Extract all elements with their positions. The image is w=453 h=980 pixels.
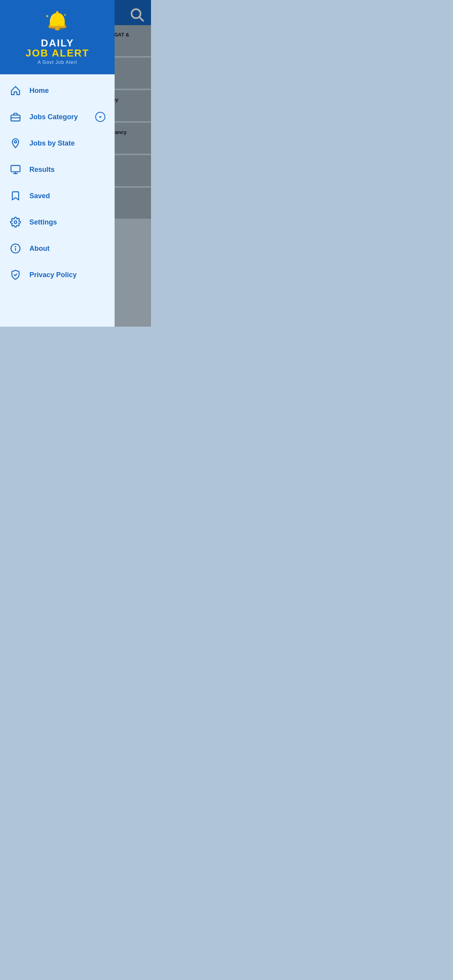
monitor-icon [9, 163, 22, 176]
home-icon [9, 84, 22, 97]
svg-rect-3 [56, 11, 59, 14]
sidebar-item-home[interactable]: Home [0, 77, 115, 104]
shield-check-icon [9, 269, 22, 281]
settings-icon [9, 216, 22, 228]
navigation-drawer: ✦ ✦ DAILY JOB ALERT A Govt Job Alert Hom… [0, 0, 115, 327]
sidebar-item-about-label: About [29, 245, 105, 253]
svg-rect-5 [49, 26, 66, 27]
sidebar-item-about[interactable]: About [0, 235, 115, 262]
sidebar-item-jobs-by-state[interactable]: Jobs by State [0, 130, 115, 156]
jobs-category-expand-icon[interactable] [95, 112, 105, 122]
logo-subtitle: A Govt Job Alert [38, 60, 77, 65]
sidebar-item-jobs-category-label: Jobs Category [29, 113, 95, 121]
sidebar-item-privacy-policy-label: Privacy Policy [29, 271, 105, 279]
sidebar-item-results[interactable]: Results [0, 156, 115, 183]
svg-rect-11 [11, 166, 20, 172]
svg-point-14 [14, 221, 17, 224]
location-icon [9, 137, 22, 149]
sidebar-item-home-label: Home [29, 87, 105, 95]
logo-title-daily: DAILY [41, 38, 74, 48]
briefcase-icon [9, 111, 22, 123]
drawer-menu: Home Jobs Category [0, 74, 115, 327]
info-icon [9, 242, 22, 255]
app-logo: ✦ ✦ DAILY JOB ALERT A Govt Job Alert [26, 8, 89, 65]
svg-text:✦: ✦ [46, 14, 50, 19]
sidebar-item-jobs-category[interactable]: Jobs Category [0, 104, 115, 130]
bell-icon: ✦ ✦ [44, 8, 71, 35]
drawer-header: ✦ ✦ DAILY JOB ALERT A Govt Job Alert [0, 0, 115, 74]
svg-text:✦: ✦ [63, 13, 67, 17]
sidebar-item-privacy-policy[interactable]: Privacy Policy [0, 262, 115, 288]
bookmark-icon [9, 190, 22, 202]
sidebar-item-settings-label: Settings [29, 218, 105, 226]
sidebar-item-results-label: Results [29, 166, 105, 174]
sidebar-item-saved-label: Saved [29, 192, 105, 200]
sidebar-item-saved[interactable]: Saved [0, 183, 115, 209]
svg-point-10 [14, 141, 17, 143]
logo-title-job-alert: JOB ALERT [26, 48, 89, 58]
sidebar-item-settings[interactable]: Settings [0, 209, 115, 235]
sidebar-item-jobs-by-state-label: Jobs by State [29, 139, 105, 147]
